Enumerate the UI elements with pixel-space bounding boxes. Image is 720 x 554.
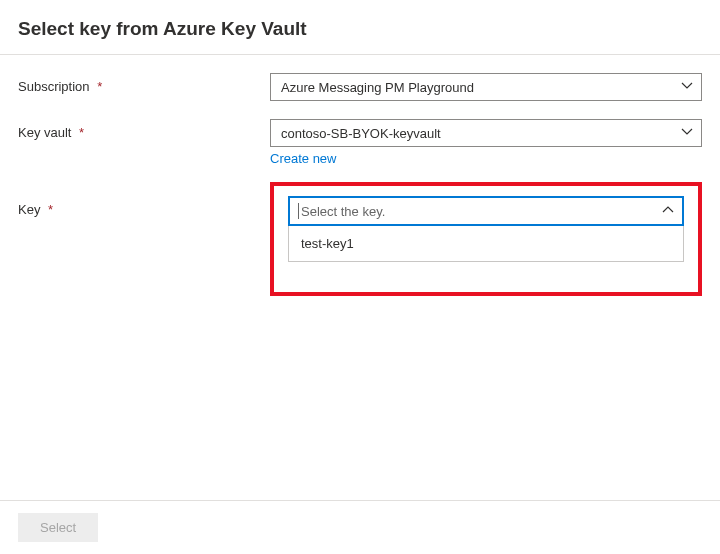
page-title: Select key from Azure Key Vault (0, 0, 720, 55)
subscription-value: Azure Messaging PM Playground (281, 80, 474, 95)
text-cursor (298, 203, 299, 219)
row-key: Key * Select the key. test-key1 (18, 184, 702, 296)
create-new-link[interactable]: Create new (270, 151, 702, 166)
footer: Select (0, 500, 720, 554)
label-keyvault: Key vault * (18, 119, 270, 140)
required-asterisk: * (79, 125, 84, 140)
key-combobox[interactable]: Select the key. (288, 196, 684, 226)
key-highlight-annotation: Select the key. test-key1 (270, 182, 702, 296)
keyvault-value: contoso-SB-BYOK-keyvault (281, 126, 441, 141)
input-col-keyvault: contoso-SB-BYOK-keyvault Create new (270, 119, 702, 166)
label-text-subscription: Subscription (18, 79, 90, 94)
required-asterisk: * (48, 202, 53, 217)
select-button[interactable]: Select (18, 513, 98, 542)
key-placeholder: Select the key. (301, 204, 385, 219)
chevron-up-icon (662, 204, 674, 219)
required-asterisk: * (97, 79, 102, 94)
key-option[interactable]: test-key1 (289, 226, 683, 261)
form-container: Subscription * Azure Messaging PM Playgr… (0, 55, 720, 296)
input-col-key: Select the key. test-key1 (270, 184, 702, 296)
label-key: Key * (18, 184, 270, 217)
label-text-key: Key (18, 202, 40, 217)
row-keyvault: Key vault * contoso-SB-BYOK-keyvault Cre… (18, 119, 702, 166)
chevron-down-icon (681, 126, 693, 141)
subscription-dropdown[interactable]: Azure Messaging PM Playground (270, 73, 702, 101)
key-dropdown-list: test-key1 (288, 226, 684, 262)
label-subscription: Subscription * (18, 73, 270, 94)
row-subscription: Subscription * Azure Messaging PM Playgr… (18, 73, 702, 101)
chevron-down-icon (681, 80, 693, 95)
label-text-keyvault: Key vault (18, 125, 71, 140)
input-col-subscription: Azure Messaging PM Playground (270, 73, 702, 101)
keyvault-dropdown[interactable]: contoso-SB-BYOK-keyvault (270, 119, 702, 147)
